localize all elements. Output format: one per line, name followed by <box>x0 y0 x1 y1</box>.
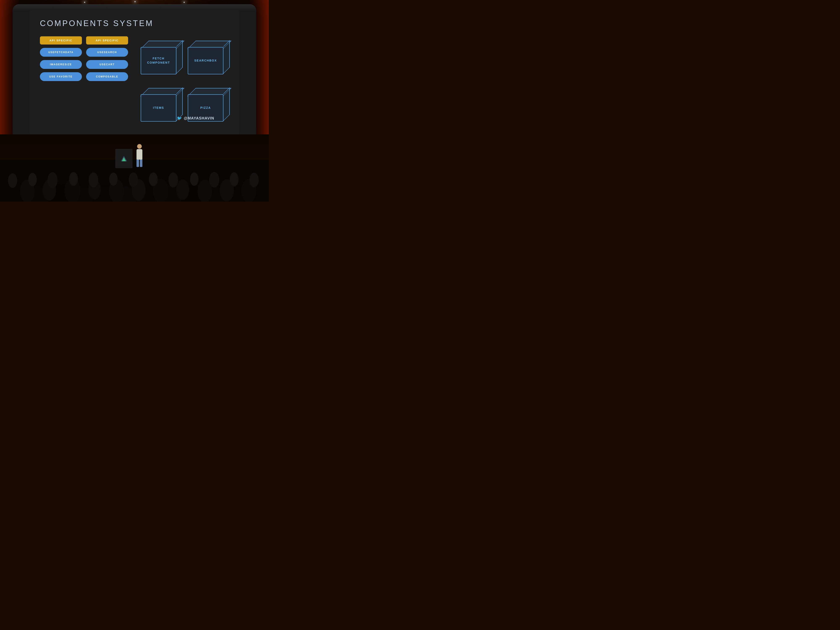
right-panel: FETCHCOMPONENT SEARCHBOX <box>141 36 230 126</box>
vuejs-logo-icon <box>121 156 127 161</box>
svg-point-28 <box>69 172 78 186</box>
ceiling-light-center <box>134 1 136 2</box>
pill-usesearch: USESEARCH <box>86 48 128 57</box>
audience-area <box>0 159 269 202</box>
svg-point-32 <box>149 172 158 186</box>
box-items-label: ITEMS <box>153 106 164 110</box>
svg-point-21 <box>176 179 189 200</box>
box-searchbox-right <box>223 40 230 74</box>
presenter-head <box>137 144 142 149</box>
svg-point-35 <box>209 172 219 188</box>
box-pizza-label: PIZZA <box>201 106 211 110</box>
presenter <box>136 144 142 167</box>
box-fetch-front: FETCHCOMPONENT <box>141 47 177 74</box>
svg-point-33 <box>169 172 178 188</box>
presenter-legs <box>136 159 142 167</box>
column-2: API SPECIFIC USESEARCH USECART COMPOSABL… <box>86 36 128 126</box>
svg-point-37 <box>249 173 259 187</box>
left-panel: API SPECIFIC USEFETCHDATA IMAGERESIZE US… <box>40 36 128 126</box>
svg-point-26 <box>28 173 37 186</box>
presenter-leg-right <box>140 159 142 167</box>
pill-usefetchdata: USEFETCHDATA <box>40 48 82 57</box>
ceiling-light-left <box>84 2 85 3</box>
box-pizza-right <box>223 87 230 121</box>
pill-composable: COMPOSABLE <box>86 72 128 81</box>
box-fetch-component: FETCHCOMPONENT <box>141 41 183 74</box>
slide-content: COMPONENTS SYSTEM API SPECIFIC USEFETCHD… <box>29 11 239 134</box>
svg-point-36 <box>230 172 238 186</box>
ceiling-light-right <box>183 2 185 3</box>
svg-point-25 <box>8 173 17 188</box>
api-badge-2: API SPECIFIC <box>86 36 128 44</box>
slide-title: COMPONENTS SYSTEM <box>40 19 229 28</box>
box-items-front: ITEMS <box>141 94 177 122</box>
svg-point-27 <box>47 172 58 188</box>
box-searchbox-front: SEARCHBOX <box>188 47 223 74</box>
box-searchbox: SEARCHBOX <box>188 41 230 74</box>
pill-usefavorite: USE FAVORITE <box>40 72 82 81</box>
podium <box>115 149 132 168</box>
svg-point-31 <box>129 172 138 187</box>
api-badge-1: API SPECIFIC <box>40 36 82 44</box>
svg-point-29 <box>88 172 98 188</box>
twitter-icon: 🐦 <box>177 116 182 121</box>
box-searchbox-label: SEARCHBOX <box>194 58 217 63</box>
twitter-handle: 🐦 @MAYASHAVIN <box>177 116 214 121</box>
pill-usecart: USECART <box>86 60 128 69</box>
svg-point-34 <box>190 172 199 186</box>
pill-imageresize: IMAGERESIZE <box>40 60 82 69</box>
twitter-username: @MAYASHAVIN <box>184 116 214 120</box>
slide-body: API SPECIFIC USEFETCHDATA IMAGERESIZE US… <box>40 36 229 126</box>
presenter-torso <box>136 149 142 159</box>
stage-floor <box>0 134 269 202</box>
box-fetch-label: FETCHCOMPONENT <box>147 57 170 65</box>
conference-scene: 47.81 3044 COMPONENTS SYSTEM API SPECIFI… <box>0 0 269 202</box>
presentation-screen: 47.81 3044 COMPONENTS SYSTEM API SPECIFI… <box>13 4 256 147</box>
svg-point-30 <box>109 173 118 186</box>
audience-silhouettes <box>0 159 269 202</box>
box-fetch-right <box>177 40 183 74</box>
box-items: ITEMS <box>141 88 183 122</box>
presenter-leg-left <box>136 159 139 167</box>
column-1: API SPECIFIC USEFETCHDATA IMAGERESIZE US… <box>40 36 82 126</box>
